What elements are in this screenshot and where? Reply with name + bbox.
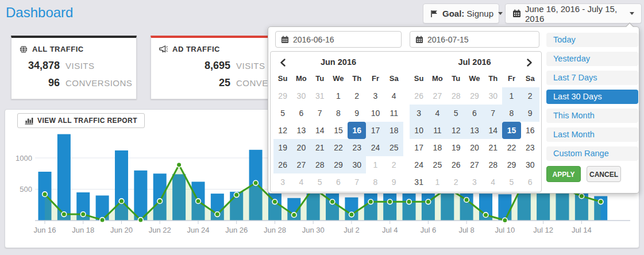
calendar-day[interactable]: 19 — [447, 139, 465, 156]
preset-range-last-7-days[interactable]: Last 7 Days — [546, 71, 638, 85]
calendar-day[interactable]: 11 — [385, 105, 403, 122]
visits-bar[interactable] — [57, 134, 71, 221]
line-point[interactable] — [157, 199, 163, 204]
calendar-day[interactable]: 30 — [292, 87, 310, 105]
calendar-day[interactable]: 26 — [447, 156, 465, 173]
line-point[interactable] — [61, 212, 67, 217]
calendar-day[interactable]: 5 — [311, 173, 329, 191]
calendar-day[interactable]: 4 — [428, 105, 446, 122]
line-point[interactable] — [598, 199, 603, 204]
calendar-day[interactable]: 30 — [348, 156, 366, 173]
line-point[interactable] — [196, 199, 201, 204]
line-point[interactable] — [119, 199, 124, 204]
line-point[interactable] — [368, 199, 373, 204]
calendar-day[interactable]: 3 — [410, 105, 428, 122]
calendar-day[interactable]: 5 — [502, 173, 520, 191]
calendar-day[interactable]: 4 — [292, 173, 310, 191]
calendar-day[interactable]: 16 — [521, 122, 539, 139]
line-point[interactable] — [138, 218, 144, 223]
calendar-day[interactable]: 6 — [292, 105, 310, 122]
calendar-day[interactable]: 14 — [311, 122, 329, 139]
calendar-day[interactable]: 7 — [311, 105, 329, 122]
calendar-day[interactable]: 29 — [465, 87, 484, 105]
calendar-day[interactable]: 8 — [329, 105, 348, 122]
calendar-day[interactable]: 17 — [366, 122, 384, 139]
calendar-day[interactable]: 24 — [366, 139, 384, 156]
goal-selector-button[interactable]: Goal: Signup — [423, 3, 499, 24]
calendar-day[interactable]: 12 — [273, 122, 292, 139]
line-point[interactable] — [176, 163, 182, 168]
calendar-day[interactable]: 21 — [311, 139, 329, 156]
calendar-day[interactable]: 2 — [521, 87, 539, 105]
calendar-day[interactable]: 31 — [410, 173, 428, 191]
calendar-day[interactable]: 7 — [484, 105, 502, 122]
line-point[interactable] — [349, 212, 354, 217]
calendar-day[interactable]: 18 — [428, 139, 446, 156]
date-range-button[interactable]: June 16, 2016 - July 15, 2016 — [505, 3, 642, 24]
calendar-day[interactable]: 2 — [385, 156, 403, 173]
calendar-day[interactable]: 1 — [366, 156, 384, 173]
preset-range-today[interactable]: Today — [546, 33, 638, 47]
line-point[interactable] — [579, 194, 584, 199]
calendar-day[interactable]: 1 — [502, 87, 520, 105]
calendar-day[interactable]: 6 — [329, 173, 348, 191]
line-point[interactable] — [215, 212, 220, 217]
calendar-day[interactable]: 8 — [502, 105, 520, 122]
calendar-day[interactable]: 7 — [348, 173, 366, 191]
calendar-day[interactable]: 19 — [273, 139, 292, 156]
line-point[interactable] — [100, 218, 105, 223]
calendar-day[interactable]: 6 — [521, 173, 539, 191]
calendar-day[interactable]: 4 — [385, 87, 403, 105]
calendar-day[interactable]: 10 — [410, 122, 428, 139]
line-point[interactable] — [330, 199, 335, 204]
calendar-day[interactable]: 6 — [465, 105, 484, 122]
calendar-day[interactable]: 24 — [410, 156, 428, 173]
calendar-day[interactable]: 26 — [273, 156, 292, 173]
line-point[interactable] — [407, 199, 412, 204]
calendar-day[interactable]: 23 — [521, 139, 539, 156]
calendar-day[interactable]: 9 — [521, 105, 539, 122]
line-point[interactable] — [426, 199, 431, 204]
calendar-day[interactable]: 15 — [329, 122, 348, 139]
calendar-day[interactable]: 10 — [366, 105, 384, 122]
calendar-day[interactable]: 21 — [484, 139, 502, 156]
line-point[interactable] — [483, 212, 488, 218]
line-point[interactable] — [464, 198, 469, 203]
preset-range-yesterday[interactable]: Yesterday — [546, 52, 638, 66]
line-point[interactable] — [43, 192, 48, 197]
calendar-day[interactable]: 9 — [385, 173, 403, 191]
calendar-day[interactable]: 26 — [410, 87, 428, 105]
calendar-day[interactable]: 17 — [410, 139, 428, 156]
calendar-day[interactable]: 1 — [428, 173, 446, 191]
preset-range-last-30-days[interactable]: Last 30 Days — [546, 90, 638, 104]
calendar-day[interactable]: 15 — [502, 122, 520, 139]
visits-bar[interactable] — [134, 171, 147, 221]
calendar-day[interactable]: 3 — [465, 173, 484, 191]
calendar-day[interactable]: 30 — [521, 156, 539, 173]
calendar-day[interactable]: 27 — [465, 156, 484, 173]
line-point[interactable] — [292, 212, 297, 218]
calendar-day[interactable]: 29 — [273, 87, 292, 105]
calendar-day[interactable]: 13 — [292, 122, 310, 139]
calendar-day[interactable]: 12 — [447, 122, 465, 139]
calendar-day[interactable]: 20 — [292, 139, 310, 156]
calendar-day[interactable]: 29 — [329, 156, 348, 173]
line-point[interactable] — [387, 199, 392, 204]
calendar-day[interactable]: 5 — [273, 105, 292, 122]
preset-range-last-month[interactable]: Last Month — [546, 128, 638, 142]
calendar-day[interactable]: 28 — [311, 156, 329, 173]
calendar-day[interactable]: 3 — [273, 173, 292, 191]
line-point[interactable] — [272, 199, 277, 204]
calendar-day[interactable]: 22 — [329, 139, 348, 156]
calendar-day[interactable]: 14 — [484, 122, 502, 139]
preset-range-this-month[interactable]: This Month — [546, 109, 638, 123]
calendar-day[interactable]: 5 — [447, 105, 465, 122]
calendar-day[interactable]: 9 — [348, 105, 366, 122]
calendar-day[interactable]: 3 — [366, 87, 384, 105]
calendar-day[interactable]: 16 — [348, 122, 366, 139]
line-point[interactable] — [503, 218, 508, 223]
calendar-day[interactable]: 4 — [484, 173, 502, 191]
calendar-day[interactable]: 2 — [348, 87, 366, 105]
preset-range-custom-range[interactable]: Custom Range — [546, 146, 638, 161]
calendar-day[interactable]: 27 — [292, 156, 310, 173]
